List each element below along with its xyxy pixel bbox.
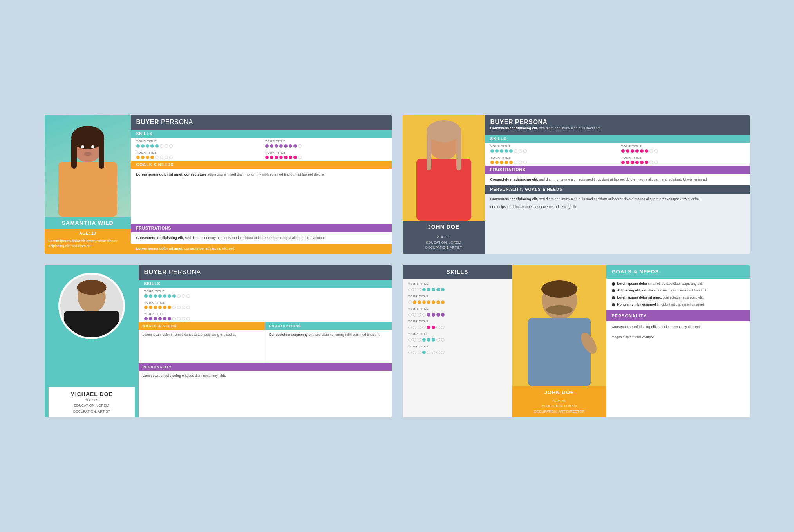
dot: [154, 294, 157, 298]
dot: [418, 288, 421, 291]
dot: [509, 161, 513, 164]
dot: [279, 156, 283, 159]
dot: [413, 338, 416, 342]
card1-skills-header: SKILLS: [131, 130, 392, 138]
skill-item: YOUR TITLE: [265, 151, 386, 159]
dots-row: [408, 338, 507, 342]
dot: [289, 156, 292, 159]
dots-row: [490, 149, 613, 153]
dot: [168, 306, 171, 309]
dot: [182, 294, 185, 298]
dot: [441, 338, 445, 342]
dot: [163, 306, 166, 309]
svg-rect-1: [58, 162, 117, 217]
dots-row: [408, 313, 507, 317]
dot: [408, 300, 412, 304]
card1-age-box: AGE: 19: [45, 229, 131, 237]
dot: [186, 306, 190, 309]
card1-goals-text: Lorem ipsum dolor sit amet, consectetuer…: [131, 169, 392, 224]
dot: [418, 338, 421, 342]
dot: [436, 300, 440, 304]
dot: [422, 351, 426, 354]
dot: [631, 149, 634, 153]
card1-age: AGE: 19: [49, 231, 127, 235]
dot: [523, 161, 527, 164]
dot: [182, 317, 185, 320]
dot: [432, 288, 435, 291]
dot: [275, 156, 278, 159]
dot: [631, 161, 634, 164]
dot: [427, 288, 430, 291]
dot: [654, 161, 658, 164]
card4-skill-row: YOUR TITLE: [408, 282, 507, 291]
dot: [146, 144, 149, 148]
svg-rect-14: [64, 311, 119, 337]
card-1: SAMANTHA WILD AGE: 19 Lorem ipsum dolor …: [45, 115, 392, 254]
dot: [177, 294, 181, 298]
dot: [436, 288, 440, 291]
bullet-item: Lorem ipsum dolor sit amet, consectetuer…: [612, 282, 744, 286]
dot: [293, 156, 297, 159]
card4-info-panel: AGE: 31 EDUCATION: LOREM OCCUPATION: ART…: [512, 398, 606, 418]
dot: [418, 300, 421, 304]
bullet-dot: [612, 303, 615, 306]
dots-row: [408, 326, 507, 329]
card4-skill-row: YOUR TITLE: [408, 307, 507, 317]
card3-frust-body: Consectetuer adipiscing elit, sed diam n…: [265, 330, 392, 340]
dot: [149, 306, 152, 309]
card3-frust-col: FRUSTRATIONS Consectetuer adipiscing eli…: [265, 322, 392, 364]
card2-personality-body: Consectetuer adipiscing elit, sed diam n…: [485, 194, 750, 253]
bullet-dot: [612, 289, 615, 292]
dot: [635, 161, 639, 164]
dot: [422, 288, 426, 291]
dots-row: [265, 144, 386, 148]
svg-rect-11: [427, 131, 431, 170]
card1-skills-row1: YOUR TITLE YOUR TITLE: [131, 138, 392, 149]
dot: [519, 161, 522, 164]
dot: [408, 351, 412, 354]
dot: [649, 149, 653, 153]
dot: [654, 149, 658, 153]
dot: [168, 294, 171, 298]
card4-skill-row: YOUR TITLE: [408, 295, 507, 304]
card-4: SKILLS YOUR TITLE: [403, 265, 750, 418]
dot: [265, 156, 269, 159]
dot: [177, 317, 181, 320]
dot: [154, 306, 157, 309]
svg-point-6: [91, 145, 94, 148]
dot: [640, 149, 644, 153]
dot: [505, 149, 508, 153]
dot: [163, 317, 166, 320]
dots-row: [144, 317, 386, 320]
dot: [165, 144, 168, 148]
skill-item: YOUR TITLE: [265, 139, 386, 148]
card2-header: BUYER PERSONA Consectetuer adipiscing el…: [485, 115, 750, 135]
dot: [645, 161, 648, 164]
dot: [427, 300, 430, 304]
dot: [422, 313, 426, 317]
dot: [427, 313, 430, 317]
dot: [275, 144, 278, 148]
dot: [144, 294, 148, 298]
card1-frustrations-header: FRUSTRATIONS: [131, 224, 392, 232]
dot: [500, 149, 503, 153]
card4-skills-panel: SKILLS YOUR TITLE: [403, 265, 512, 418]
card4-skill-row: YOUR TITLE: [408, 320, 507, 329]
card3-skill2: YOUR TITLE: [139, 299, 392, 311]
dot: [177, 306, 181, 309]
dot: [169, 144, 173, 148]
dots-row: [621, 149, 744, 153]
card3-skills-header: SKILLS: [139, 280, 392, 288]
card1-desc: Lorem ipsum dolor sit amet, conse cletue…: [49, 239, 127, 248]
dot: [427, 338, 430, 342]
card3-skill3: YOUR TITLE: [139, 311, 392, 322]
dot: [172, 306, 176, 309]
dots-row: [621, 161, 744, 164]
dot: [413, 288, 416, 291]
card4-right-panel: GOALS & NEEDS Lorem ipsum dolor sit amet…: [606, 265, 750, 418]
dot: [413, 313, 416, 317]
dot: [441, 288, 445, 291]
bullet-dot: [612, 282, 615, 286]
card2-skills-header: SKILLS: [485, 135, 750, 143]
dot: [150, 156, 154, 159]
